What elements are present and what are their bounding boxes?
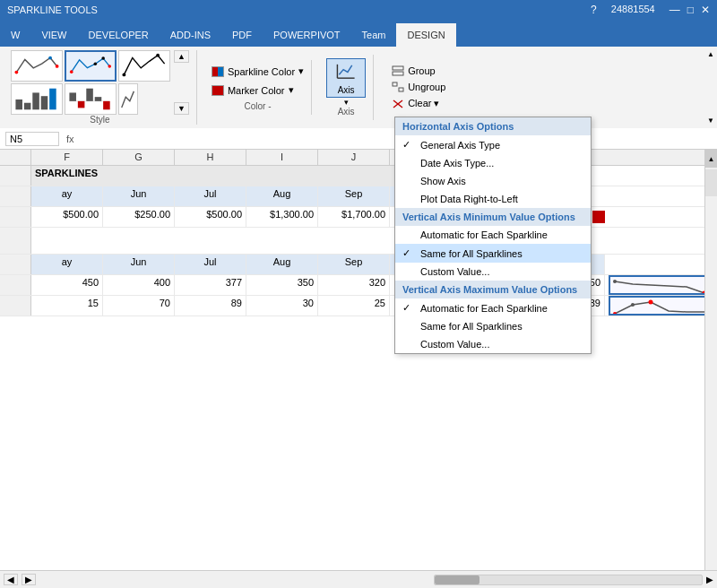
menu-item-general-axis[interactable]: ✓ General Axis Type — [395, 135, 591, 154]
h-scroll-thumb[interactable] — [435, 575, 479, 584]
menu-item-show-axis[interactable]: Show Axis — [395, 172, 591, 190]
axis-group: Axis ▾ Axis — [319, 55, 374, 120]
cell-aug2[interactable]: Aug — [246, 255, 318, 274]
ribbon-collapse-bottom[interactable]: ▼ — [707, 117, 714, 125]
vertical-min-section: Vertical Axis Minimum Value Options — [395, 208, 591, 226]
tab-design[interactable]: DESIGN — [396, 23, 455, 47]
style-scroll-down[interactable]: ▼ — [174, 102, 189, 115]
sparkline-style-2[interactable] — [65, 50, 117, 82]
row-num-4 — [0, 228, 31, 254]
axis-dropdown-menu: Horizontal Axis Options ✓ General Axis T… — [394, 117, 592, 354]
sparkline-style-6[interactable] — [118, 83, 138, 115]
marker-color-dropdown-icon[interactable]: ▾ — [289, 84, 294, 96]
cell-1300[interactable]: $1,300.00 — [246, 207, 318, 227]
marker-color-btn[interactable]: Marker Color ▾ — [212, 82, 304, 98]
sparkline-color-btn[interactable]: Sparkline Color ▾ — [212, 64, 304, 79]
col-i[interactable]: I — [246, 150, 318, 165]
cell-450[interactable]: 450 — [31, 275, 103, 295]
menu-item-date-axis[interactable]: Date Axis Type... — [395, 154, 591, 172]
tab-developer[interactable]: DEVELOPER — [78, 23, 160, 47]
cell-sep2[interactable]: Sep — [318, 255, 390, 274]
svg-point-0 — [14, 71, 18, 74]
svg-point-19 — [156, 54, 160, 57]
col-j[interactable]: J — [318, 150, 390, 165]
tab-addins[interactable]: ADD-INS — [160, 23, 221, 47]
menu-item-same-all-min[interactable]: ✓ Same for All Sparklines — [395, 244, 591, 263]
data-row-2: 450 400 377 350 320 100 300 250 — [0, 275, 717, 296]
v-scroll-thumb[interactable] — [705, 169, 717, 196]
cell-1700[interactable]: $1,700.00 — [318, 207, 390, 227]
sparkline-style-1[interactable] — [11, 50, 63, 82]
row-num-7 — [0, 296, 31, 316]
row-num-1 — [0, 166, 31, 186]
svg-point-8 — [70, 70, 73, 74]
sheet-nav-right[interactable]: ▶ — [22, 574, 36, 585]
sheet-nav-left[interactable]: ◀ — [4, 574, 18, 585]
cell-30[interactable]: 30 — [246, 296, 318, 316]
v-scroll-up[interactable]: ▲ — [705, 150, 717, 168]
sparkline-style-3[interactable] — [11, 83, 63, 115]
tab-w[interactable]: W — [0, 23, 30, 47]
tab-pdf[interactable]: PDF — [221, 23, 263, 47]
name-box[interactable] — [5, 132, 59, 146]
svg-point-33 — [631, 303, 635, 307]
cell-400[interactable]: 400 — [103, 275, 175, 295]
cell-320[interactable]: 320 — [318, 275, 390, 295]
cell-377[interactable]: 377 — [175, 275, 246, 295]
menu-item-auto-each-max[interactable]: ✓ Automatic for Each Sparkline — [395, 298, 591, 317]
cell-jun2[interactable]: Jun — [103, 255, 175, 274]
col-h[interactable]: H — [175, 150, 246, 165]
col-f[interactable]: F — [31, 150, 103, 165]
cell-ay[interactable]: ay — [31, 186, 103, 206]
cell-aug1[interactable]: Aug — [246, 186, 318, 206]
tab-view[interactable]: VIEW — [30, 23, 77, 47]
restore-btn[interactable]: □ — [687, 4, 694, 16]
tab-team[interactable]: Team — [351, 23, 397, 47]
axis-dropdown[interactable]: ▾ — [344, 98, 349, 107]
cell-jul1[interactable]: Jul — [175, 186, 246, 206]
ungroup-btn[interactable]: Ungroup — [388, 80, 449, 94]
cell-70[interactable]: 70 — [103, 296, 175, 316]
vertical-scrollbar[interactable]: ▲ ▼ — [704, 150, 717, 588]
svg-rect-13 — [69, 92, 76, 100]
data-row-3: 15 70 89 30 25 25 22 39 — [0, 296, 717, 316]
close-btn[interactable]: ✕ — [701, 4, 710, 16]
checkmark-auto-max: ✓ — [402, 302, 417, 314]
checkmark-general: ✓ — [402, 139, 417, 151]
cell-jul2[interactable]: Jul — [175, 255, 246, 274]
cell-250[interactable]: $250.00 — [103, 207, 175, 227]
h-scrollbar[interactable]: ▶ — [434, 575, 713, 585]
cell-89[interactable]: 89 — [175, 296, 246, 316]
style-scroll-up[interactable]: ▲ — [174, 50, 189, 63]
clear-btn[interactable]: Clear ▾ — [388, 96, 449, 111]
menu-item-custom-min[interactable]: Custom Value... — [395, 263, 591, 281]
cell-jun1[interactable]: Jun — [103, 186, 175, 206]
menu-item-same-all-max[interactable]: Same for All Sparklines — [395, 317, 591, 335]
sparkline-color-dropdown-icon[interactable]: ▾ — [298, 65, 304, 77]
svg-point-2 — [48, 56, 52, 60]
sparkline-style-4[interactable] — [65, 83, 117, 115]
minimize-btn[interactable]: — — [669, 4, 680, 16]
cell-sep1[interactable]: Sep — [318, 186, 390, 206]
h-scroll-right[interactable]: ▶ — [706, 575, 713, 584]
tab-powerpivot[interactable]: POWERPIVOT — [263, 23, 351, 47]
cell-500-1[interactable]: $500.00 — [31, 207, 103, 227]
col-g[interactable]: G — [103, 150, 175, 165]
menu-item-auto-each-min[interactable]: Automatic for Each Sparkline — [395, 226, 591, 244]
h-scroll-track[interactable] — [434, 575, 703, 585]
row-num-corner — [0, 150, 31, 165]
cell-15[interactable]: 15 — [31, 296, 103, 316]
ribbon-collapse-top[interactable]: ▲ — [707, 50, 714, 58]
axis-btn[interactable]: Axis — [326, 58, 366, 98]
sparkline-style-5[interactable] — [118, 50, 170, 82]
group-btn[interactable]: Group — [388, 64, 449, 78]
menu-item-plot-rtl[interactable]: Plot Data Right-to-Left — [395, 190, 591, 208]
data-row-1: $500.00 $250.00 $500.00 $1,300.00 $1,700… — [0, 207, 717, 228]
svg-rect-23 — [393, 72, 403, 75]
cell-350[interactable]: 350 — [246, 275, 318, 295]
cell-ay2[interactable]: ay — [31, 255, 103, 274]
menu-item-custom-max[interactable]: Custom Value... — [395, 335, 591, 353]
cell-25a[interactable]: 25 — [318, 296, 390, 316]
cell-500-2[interactable]: $500.00 — [175, 207, 246, 227]
help-btn[interactable]: ? — [591, 4, 597, 16]
